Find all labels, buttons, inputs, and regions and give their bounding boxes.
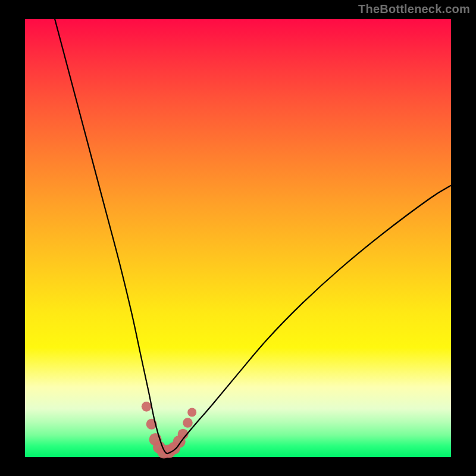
marker-dot: [142, 402, 152, 412]
watermark-text: TheBottleneck.com: [358, 2, 470, 16]
marker-dot: [183, 418, 193, 428]
bottleneck-curve-path: [55, 19, 451, 453]
marker-dot: [187, 408, 196, 416]
markers-group: [142, 402, 196, 458]
chart-frame: TheBottleneck.com: [0, 0, 476, 476]
plot-area: [25, 19, 451, 457]
chart-svg: [25, 19, 451, 457]
